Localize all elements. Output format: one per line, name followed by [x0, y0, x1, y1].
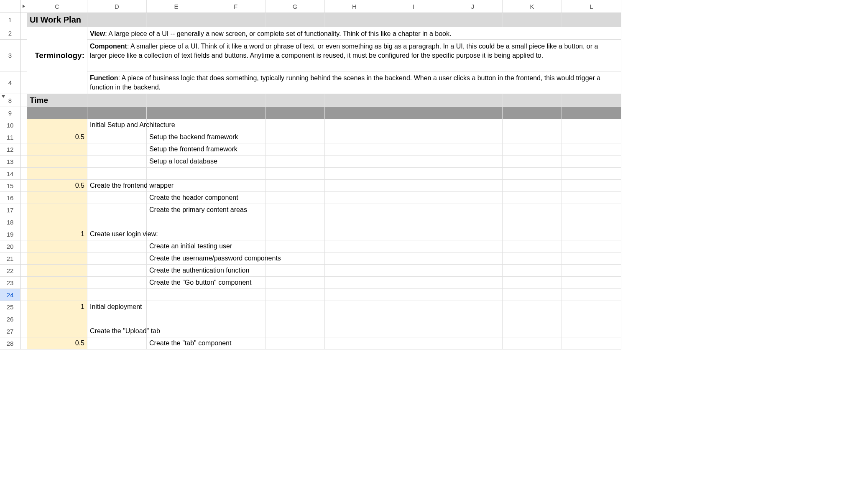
- cell[interactable]: [325, 119, 384, 131]
- cell[interactable]: [27, 277, 87, 289]
- cell-D15[interactable]: Create the frontend wrapper: [87, 180, 147, 192]
- cell[interactable]: [503, 277, 562, 289]
- cell[interactable]: [266, 313, 325, 325]
- cell[interactable]: [503, 180, 562, 192]
- cell[interactable]: [503, 228, 562, 240]
- cell[interactable]: [266, 180, 325, 192]
- cell-E16[interactable]: Create the header component: [147, 192, 206, 204]
- cell-E22[interactable]: Create the authentication function: [147, 265, 206, 277]
- row-header-16[interactable]: 16: [0, 192, 20, 204]
- cell[interactable]: [147, 107, 206, 119]
- row-header-15[interactable]: 15: [0, 180, 20, 192]
- row-header-27[interactable]: 27: [0, 325, 20, 337]
- cell[interactable]: [325, 313, 384, 325]
- cell[interactable]: [562, 204, 621, 216]
- cell[interactable]: [27, 216, 87, 228]
- col-header-G[interactable]: G: [266, 0, 325, 13]
- row-header-2[interactable]: 2: [0, 27, 20, 40]
- cell[interactable]: [325, 301, 384, 313]
- row-header-18[interactable]: 18: [0, 216, 20, 228]
- cell[interactable]: [87, 265, 147, 277]
- cell[interactable]: [147, 313, 206, 325]
- cell-C15[interactable]: 0.5: [27, 180, 87, 192]
- cell[interactable]: [443, 289, 503, 301]
- cell[interactable]: [325, 107, 384, 119]
- cell[interactable]: [27, 253, 87, 265]
- cell[interactable]: [325, 180, 384, 192]
- row-header-1[interactable]: 1: [0, 13, 20, 27]
- cell[interactable]: [503, 204, 562, 216]
- cell[interactable]: [325, 228, 384, 240]
- cell[interactable]: [325, 156, 384, 168]
- cell[interactable]: [266, 94, 325, 107]
- cell[interactable]: [206, 216, 266, 228]
- cell[interactable]: [325, 216, 384, 228]
- cell-E20[interactable]: Create an initial testing user: [147, 240, 206, 253]
- cell[interactable]: [562, 107, 621, 119]
- cell[interactable]: [443, 301, 503, 313]
- cell[interactable]: [503, 289, 562, 301]
- row-header-28[interactable]: 28: [0, 337, 20, 349]
- cell-E21[interactable]: Create the username/password components: [147, 253, 206, 265]
- cell[interactable]: [87, 192, 147, 204]
- cell-E23[interactable]: Create the "Go button" component: [147, 277, 206, 289]
- row-header-3[interactable]: 3: [0, 40, 20, 71]
- cell[interactable]: [443, 156, 503, 168]
- cell[interactable]: [325, 168, 384, 180]
- cell[interactable]: [325, 337, 384, 349]
- cell[interactable]: [325, 277, 384, 289]
- cell[interactable]: [266, 131, 325, 143]
- cell[interactable]: [87, 156, 147, 168]
- cell[interactable]: [384, 313, 443, 325]
- cell[interactable]: [443, 204, 503, 216]
- cell[interactable]: [384, 180, 443, 192]
- cell[interactable]: [266, 301, 325, 313]
- expand-down-icon[interactable]: [2, 95, 5, 98]
- row-header-10[interactable]: 10: [0, 119, 20, 131]
- cell[interactable]: [384, 253, 443, 265]
- cell[interactable]: [503, 265, 562, 277]
- cell[interactable]: [87, 107, 147, 119]
- col-header-L[interactable]: L: [562, 0, 621, 13]
- cell[interactable]: [87, 13, 147, 27]
- cell[interactable]: [503, 313, 562, 325]
- cell[interactable]: [443, 119, 503, 131]
- row-header-22[interactable]: 22: [0, 265, 20, 277]
- row-header-13[interactable]: 13: [0, 156, 20, 168]
- cell[interactable]: [443, 240, 503, 253]
- cell[interactable]: [384, 204, 443, 216]
- cell[interactable]: [384, 156, 443, 168]
- cell[interactable]: [562, 156, 621, 168]
- cell[interactable]: [266, 107, 325, 119]
- cell[interactable]: [87, 289, 147, 301]
- row-header-4[interactable]: 4: [0, 71, 20, 94]
- cell[interactable]: [384, 13, 443, 27]
- cell[interactable]: [562, 265, 621, 277]
- cell[interactable]: [562, 192, 621, 204]
- cell[interactable]: [147, 168, 206, 180]
- cell[interactable]: [443, 265, 503, 277]
- row-header-21[interactable]: 21: [0, 253, 20, 265]
- cell[interactable]: [443, 313, 503, 325]
- cell[interactable]: [87, 216, 147, 228]
- cell[interactable]: [325, 253, 384, 265]
- cell[interactable]: [266, 240, 325, 253]
- col-header-F[interactable]: F: [206, 0, 266, 13]
- cell[interactable]: [503, 131, 562, 143]
- cell[interactable]: [562, 13, 621, 27]
- cell[interactable]: [384, 216, 443, 228]
- cell[interactable]: [503, 13, 562, 27]
- column-group-toggle[interactable]: [20, 0, 27, 13]
- cell[interactable]: [443, 13, 503, 27]
- cell[interactable]: [443, 143, 503, 156]
- cell[interactable]: [206, 228, 266, 240]
- cell[interactable]: [503, 143, 562, 156]
- row-header-8[interactable]: 8: [0, 94, 20, 107]
- cell[interactable]: [87, 94, 147, 107]
- cell-E17[interactable]: Create the primary content areas: [147, 204, 206, 216]
- row-header-9[interactable]: 9: [0, 107, 20, 119]
- cell[interactable]: [27, 265, 87, 277]
- cell[interactable]: [325, 204, 384, 216]
- cell[interactable]: [562, 119, 621, 131]
- cell[interactable]: [384, 119, 443, 131]
